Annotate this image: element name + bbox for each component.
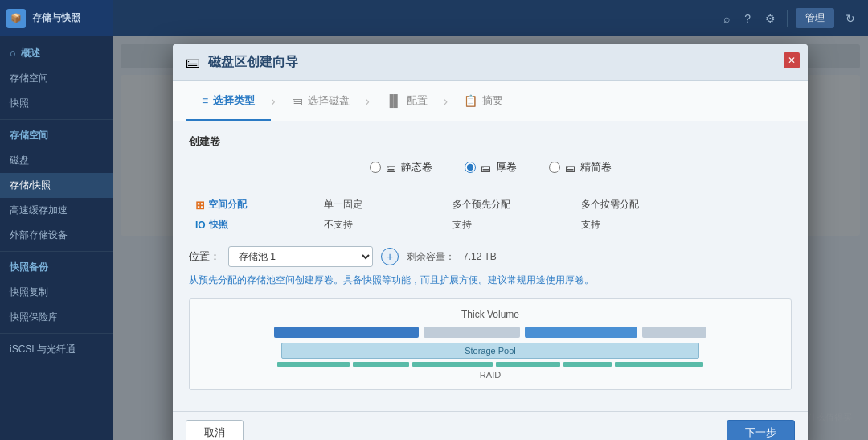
snapshot-icon: IO xyxy=(195,220,206,231)
topbar: ⌕ ? ⚙ 管理 ↻ xyxy=(113,0,868,36)
radio-thick[interactable] xyxy=(465,162,476,173)
raid-label: RAID xyxy=(206,370,775,380)
modal-header: 🖴 磁盘区创建向导 ✕ xyxy=(173,44,808,81)
location-row: 位置： 存储池 1 + 剩余容量： 7.12 TB xyxy=(189,246,792,267)
diagram-bar-1 xyxy=(274,327,419,338)
sidebar-item-iscsi[interactable]: iSCSI 与光纤通 xyxy=(0,337,113,362)
storage-snapshot-label: 存储/快照 xyxy=(10,179,51,192)
raid-bar-5 xyxy=(563,362,612,367)
diagram-bars xyxy=(206,327,775,338)
feature-header-allocation: ⊞ 空间分配 xyxy=(189,195,317,215)
modal-footer: 取消 下一步 xyxy=(173,411,808,440)
help-icon[interactable]: ? xyxy=(741,9,754,28)
step4-label: 摘要 xyxy=(482,93,503,108)
capacity-label: 剩余容量： xyxy=(407,250,455,264)
volume-type-thin[interactable]: 🖴 精简卷 xyxy=(549,160,612,175)
storage-space-label: 存储空间 xyxy=(10,72,48,85)
sidebar-nav: ○ 概述 存储空间 快照 存储空间 磁盘 存储/快照 高速缓存加速 外部存储设备… xyxy=(0,36,113,367)
wizard-step-2[interactable]: 🖴 选择磁盘 xyxy=(276,81,366,121)
diagram-bar-2 xyxy=(424,327,520,338)
storage-section-label: 存储空间 xyxy=(10,129,48,142)
iscsi-label: iSCSI 与光纤通 xyxy=(10,343,76,356)
snapshot-replication-label: 快照复制 xyxy=(10,286,48,299)
step3-label: 配置 xyxy=(407,93,428,108)
vol-static-icon: 🖴 xyxy=(386,162,396,174)
refresh-icon[interactable]: ↻ xyxy=(842,9,858,28)
modal-title: 磁盘区创建向导 xyxy=(208,54,298,71)
sidebar-item-cache[interactable]: 高速缓存加速 xyxy=(0,198,113,223)
sidebar: 📦 存储与快照 ○ 概述 存储空间 快照 存储空间 磁盘 存储/快照 高速缓存加… xyxy=(0,0,113,440)
feature-cell-thick-alloc: 多个预先分配 xyxy=(446,195,575,215)
features-table: ⊞ 空间分配 单一固定 多个预先分配 多个按需分配 IO 快照 不支持 支持 支… xyxy=(189,195,792,235)
info-text: 从预先分配的存储池空间创建厚卷。具备快照等功能，而且扩展方便。建议常规用途使用厚… xyxy=(189,273,792,287)
location-add-button[interactable]: + xyxy=(381,248,399,265)
feature-cell-thin-alloc: 多个按需分配 xyxy=(575,195,703,215)
vol-thick-icon: 🖴 xyxy=(481,162,491,174)
sidebar-item-snapshot-replication[interactable]: 快照复制 xyxy=(0,280,113,305)
disk-label: 磁盘 xyxy=(10,154,29,167)
feature-cell-static-snapshot: 不支持 xyxy=(317,215,446,235)
step4-icon: 📋 xyxy=(464,94,477,107)
vol-thin-label: 精简卷 xyxy=(580,160,612,175)
step2-label: 选择磁盘 xyxy=(308,93,350,108)
volume-type-thick[interactable]: 🖴 厚卷 xyxy=(465,160,517,175)
radio-thin[interactable] xyxy=(549,162,560,173)
next-button[interactable]: 下一步 xyxy=(727,420,795,440)
diagram-bar-3 xyxy=(525,327,637,338)
feature-cell-thick-snapshot: 支持 xyxy=(446,215,575,235)
cache-label: 高速缓存加速 xyxy=(10,204,68,217)
sidebar-item-storage-space[interactable]: 存储空间 xyxy=(0,66,113,91)
feature-cell-static-alloc: 单一固定 xyxy=(317,195,446,215)
sidebar-app-icon: 📦 xyxy=(6,9,26,28)
raid-bar-4 xyxy=(496,362,560,367)
sidebar-section-storage: 存储空间 xyxy=(0,123,113,148)
backup-section-label: 快照备份 xyxy=(10,261,48,274)
raid-bar-2 xyxy=(353,362,409,367)
cancel-button[interactable]: 取消 xyxy=(186,420,244,440)
vol-thick-label: 厚卷 xyxy=(496,160,517,175)
wizard-step-1[interactable]: ≡ 选择类型 xyxy=(186,81,271,121)
manage-button[interactable]: 管理 xyxy=(796,8,834,28)
location-select[interactable]: 存储池 1 xyxy=(228,246,373,267)
close-button[interactable]: ✕ xyxy=(784,52,800,68)
diagram-title: Thick Volume xyxy=(206,309,775,320)
modal-header-icon: 🖴 xyxy=(186,54,200,71)
external-label: 外部存储设备 xyxy=(10,228,68,242)
sidebar-title: 存储与快照 xyxy=(32,11,80,25)
divider-1 xyxy=(0,119,113,120)
feature-cell-thin-snapshot: 支持 xyxy=(575,215,703,235)
section-title: 创建卷 xyxy=(189,134,792,149)
wizard-step-4[interactable]: 📋 摘要 xyxy=(448,81,519,121)
divider-3 xyxy=(0,333,113,334)
volume-type-static[interactable]: 🖴 静态卷 xyxy=(370,160,432,175)
feature-header-snapshot: IO 快照 xyxy=(189,215,317,235)
topbar-divider xyxy=(787,10,788,27)
diagram-bar-4 xyxy=(642,327,706,338)
content-area: 🖴 磁盘区创建向导 ✕ ≡ 选择类型 › 🖴 选择磁盘 xyxy=(113,36,868,440)
sidebar-item-external[interactable]: 外部存储设备 xyxy=(0,223,113,248)
vol-thin-icon: 🖴 xyxy=(565,162,575,174)
sidebar-header: 📦 存储与快照 xyxy=(0,0,113,36)
step2-icon: 🖴 xyxy=(292,94,303,107)
sidebar-item-snapshot[interactable]: 快照 xyxy=(0,91,113,116)
step1-label: 选择类型 xyxy=(213,93,255,108)
feature-allocation-label: 空间分配 xyxy=(208,198,247,212)
raid-row xyxy=(206,362,775,367)
divider-2 xyxy=(0,251,113,252)
sidebar-item-overview[interactable]: ○ 概述 xyxy=(0,41,113,66)
overview-icon: ○ xyxy=(10,47,16,60)
modal-overlay: 🖴 磁盘区创建向导 ✕ ≡ 选择类型 › 🖴 选择磁盘 xyxy=(113,36,868,440)
sidebar-item-storage-snapshot[interactable]: 存储/快照 xyxy=(0,173,113,198)
search-icon[interactable]: ⌕ xyxy=(720,9,733,28)
snapshot-vault-label: 快照保险库 xyxy=(10,310,58,324)
feature-snapshot-label: 快照 xyxy=(209,218,228,232)
wizard-step-3[interactable]: ▐▌ 配置 xyxy=(370,81,444,121)
raid-bar-1 xyxy=(277,362,350,367)
sidebar-item-snapshot-vault[interactable]: 快照保险库 xyxy=(0,305,113,330)
volume-types: 🖴 静态卷 🖴 厚卷 🖴 精简卷 xyxy=(189,160,792,183)
sidebar-item-disk[interactable]: 磁盘 xyxy=(0,148,113,173)
main-area: ⌕ ? ⚙ 管理 ↻ 🖴 磁盘区创建向导 ✕ xyxy=(113,0,868,440)
settings-icon[interactable]: ⚙ xyxy=(762,9,779,28)
radio-static[interactable] xyxy=(370,162,381,173)
raid-bar-6 xyxy=(615,362,703,367)
